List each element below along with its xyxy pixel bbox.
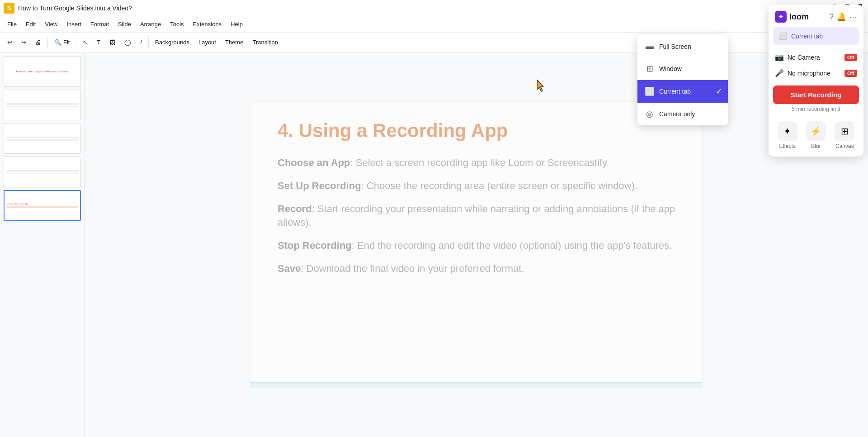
slide-heading: 4. Using a Recording App (278, 120, 675, 142)
menu-arrange[interactable]: Arrange (137, 19, 165, 29)
tab-icon: ⬜ (778, 32, 788, 40)
slide-thumb-3[interactable]: 3 (4, 123, 81, 154)
full-screen-icon: ▬ (645, 42, 655, 51)
check-icon: ✓ (716, 86, 722, 96)
title-bar: S How to Turn Google Slides into a Video… (0, 0, 868, 16)
blur-item[interactable]: ⚡ Blur (806, 121, 826, 149)
toolbar-sep-1 (47, 37, 48, 48)
slide-thumb-1[interactable]: 1 How to Turn Google Slides into a Video… (4, 56, 81, 87)
loom-logo: ✦ loom (775, 11, 809, 23)
slide-para-5: Save: Download the final video in your p… (278, 262, 675, 276)
toolbar-theme[interactable]: Theme (222, 35, 247, 50)
slide-thumb-4[interactable]: 4 (4, 157, 81, 187)
slides-app: S How to Turn Google Slides into a Video… (0, 0, 868, 437)
camera-label: No Camera (788, 54, 841, 61)
slide-para-3: Record: Start recording your presentatio… (278, 202, 675, 230)
toolbar-print[interactable]: 🖨 (32, 35, 45, 50)
menu-help[interactable]: Help (227, 19, 246, 29)
mic-toggle[interactable]: Off (844, 70, 857, 77)
toolbar-image[interactable]: 🖼 (106, 35, 119, 50)
camera-toggle[interactable]: Off (844, 54, 857, 61)
toolbar-zoom[interactable]: 🔍 Fit (51, 35, 73, 50)
slides-panel: 1 How to Turn Google Slides into a Video… (0, 52, 85, 437)
slide-para-4: Stop Recording: End the recording and ed… (278, 239, 675, 253)
menu-format[interactable]: Format (87, 19, 113, 29)
loom-name: loom (789, 12, 809, 22)
current-tab-label: Current tab (659, 88, 691, 95)
camera-only-label: Camera only (659, 110, 695, 118)
no-mic-icon: 🎤 (775, 69, 784, 77)
toolbar-text[interactable]: T (93, 35, 104, 50)
menu-extensions[interactable]: Extensions (189, 19, 226, 29)
camera-only-icon: ◎ (645, 109, 655, 119)
current-tab-icon: ⬜ (645, 86, 655, 96)
camera-row: 📷 No Camera Off (769, 49, 863, 65)
slides-logo-icon: S (4, 3, 14, 14)
recording-limit-text: 5 min recording limit (769, 106, 863, 112)
slide-thumb-2[interactable]: 2 (4, 90, 81, 120)
toolbar-redo[interactable]: ↪ (18, 35, 30, 50)
canvas-label: Canvas (835, 143, 854, 149)
menu-tools[interactable]: Tools (166, 19, 187, 29)
toolbar-cursor[interactable]: ↖ (79, 35, 91, 50)
slide-1-content: How to Turn Google Slides into a Video? (4, 68, 80, 75)
full-screen-label: Full Screen (659, 43, 691, 50)
slide-thumb-5[interactable]: 5 4. Using a Recording App (4, 190, 81, 221)
current-tab-text: Current tab (791, 33, 823, 40)
bell-icon[interactable]: 🔔 (836, 12, 846, 22)
loom-header-icons: ? 🔔 ⋯ (829, 12, 857, 22)
loom-star-icon: ✦ (775, 11, 787, 23)
start-recording-button[interactable]: Start Recording (773, 86, 859, 104)
menu-file[interactable]: File (4, 19, 20, 29)
toolbar-transition[interactable]: Transition (249, 35, 282, 50)
menu-slide[interactable]: Slide (114, 19, 135, 29)
toolbar-layout[interactable]: Layout (195, 35, 220, 50)
current-tab-indicator[interactable]: ⬜ Current tab (773, 27, 859, 45)
more-icon[interactable]: ⋯ (849, 12, 857, 22)
menu-insert[interactable]: Insert (63, 19, 85, 29)
dropdown-camera-only[interactable]: ◎ Camera only (637, 103, 728, 125)
document-title[interactable]: How to Turn Google Slides into a Video? (18, 5, 788, 12)
dropdown-current-tab[interactable]: ⬜ Current tab ✓ (637, 80, 728, 103)
toolbar-shape[interactable]: ◯ (121, 35, 135, 50)
window-icon: ⊞ (645, 64, 655, 74)
canvas-icon: ⊞ (835, 121, 854, 141)
blur-label: Blur (811, 143, 821, 149)
loom-panel: ✦ loom ? 🔔 ⋯ ⬜ Current tab 📷 No Camera O… (769, 5, 863, 157)
toolbar-sep-3 (148, 37, 149, 48)
toolbar: ↩ ↪ 🖨 🔍 Fit ↖ T 🖼 ◯ / Backgrounds Layout… (0, 33, 868, 52)
canvas-item[interactable]: ⊞ Canvas (835, 121, 854, 149)
blur-icon: ⚡ (806, 121, 826, 141)
bottom-progress-bar (250, 382, 703, 388)
help-icon[interactable]: ? (829, 12, 834, 22)
screen-selection-dropdown: ▬ Full Screen ⊞ Window ⬜ Current tab ✓ ◎… (637, 35, 728, 125)
slide-content: 4. Using a Recording App Choose an App: … (250, 102, 703, 303)
mic-label: No microphone (788, 70, 841, 77)
menu-edit[interactable]: Edit (22, 19, 39, 29)
effects-label: Effects (779, 143, 795, 149)
microphone-row: 🎤 No microphone Off (769, 65, 863, 81)
toolbar-sep-2 (76, 37, 76, 48)
effects-icon: ✦ (778, 121, 797, 141)
window-label: Window (659, 65, 682, 72)
slide-para-1: Choose an App: Select a screen recording… (278, 156, 675, 170)
toolbar-backgrounds[interactable]: Backgrounds (151, 35, 193, 50)
dropdown-window[interactable]: ⊞ Window (637, 57, 728, 80)
dropdown-full-screen[interactable]: ▬ Full Screen (637, 35, 728, 57)
loom-header: ✦ loom ? 🔔 ⋯ (769, 5, 863, 27)
toolbar-undo[interactable]: ↩ (4, 35, 16, 50)
effects-row: ✦ Effects ⚡ Blur ⊞ Canvas (769, 117, 863, 149)
no-camera-icon: 📷 (775, 53, 784, 62)
toolbar-line[interactable]: / (137, 35, 146, 50)
slide-editor: 4. Using a Recording App Choose an App: … (85, 52, 868, 437)
menu-view[interactable]: View (41, 19, 61, 29)
slide-para-2: Set Up Recording: Choose the recording a… (278, 179, 675, 193)
main-area: 1 How to Turn Google Slides into a Video… (0, 52, 868, 437)
menu-bar: File Edit View Insert Format Slide Arran… (0, 16, 868, 33)
effects-item[interactable]: ✦ Effects (778, 121, 797, 149)
slide-canvas: 4. Using a Recording App Choose an App: … (250, 102, 703, 382)
